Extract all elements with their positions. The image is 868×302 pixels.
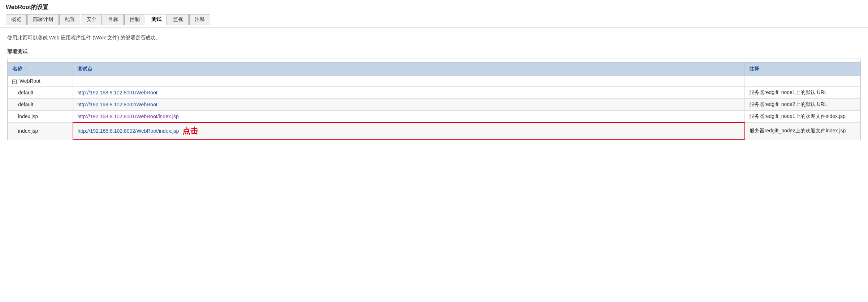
tab-config[interactable]: 配置	[59, 14, 80, 25]
group-name-cell: − WebRoot	[8, 76, 73, 87]
table-row: index.jsp http://192.168.8.102:8002/WebR…	[8, 123, 860, 139]
row3-name: index.jsp	[8, 111, 73, 123]
col-header-name[interactable]: 名称 ↑	[8, 63, 73, 76]
row2-name: default	[8, 99, 73, 111]
description-text: 使用此页可以测试 Web 应用程序组件 (WAR 文件) 的部署是否成功。	[7, 35, 861, 41]
row4-note: 服务器redgift_node2上的欢迎文件index.jsp	[745, 123, 860, 139]
tab-overview[interactable]: 概览	[6, 14, 27, 25]
table-row: − WebRoot	[8, 76, 860, 87]
tab-notes[interactable]: 注释	[189, 14, 210, 25]
page-title: WebRoot的设置	[6, 4, 862, 11]
section-title: 部署测试	[7, 48, 861, 55]
tab-control[interactable]: 控制	[124, 14, 145, 25]
table-header-row: 名称 ↑ 测试点 注释	[8, 63, 860, 76]
test-table-container: 名称 ↑ 测试点 注释 − WebRoot default	[7, 59, 861, 140]
tab-bar: 概览 部署计划 配置 安全 目标 控制 测试 监视 注释	[6, 14, 862, 25]
table-row: default http://192.168.8.102:8002/WebRoo…	[8, 99, 860, 111]
tab-target[interactable]: 目标	[103, 14, 124, 25]
group-label: WebRoot	[20, 78, 40, 84]
tab-deploy-plan[interactable]: 部署计划	[27, 14, 59, 25]
collapse-icon[interactable]: −	[12, 80, 17, 84]
row4-test[interactable]: http://192.168.8.102:8002/WebRoot/index.…	[73, 123, 745, 139]
row4-link[interactable]: http://192.168.8.102:8002/WebRoot/index.…	[78, 128, 179, 134]
tab-monitor[interactable]: 监视	[168, 14, 189, 25]
row4-link-wrapper: http://192.168.8.102:8002/WebRoot/index.…	[78, 126, 740, 136]
table-row: default http://192.168.8.102:8001/WebRoo…	[8, 87, 860, 99]
row2-test[interactable]: http://192.168.8.102:8002/WebRoot	[73, 99, 745, 111]
click-hint: 点击	[182, 126, 198, 136]
test-table: 名称 ↑ 测试点 注释 − WebRoot default	[8, 63, 860, 140]
row3-link[interactable]: http://192.168.8.102:8001/WebRoot/index.…	[77, 114, 179, 119]
page-header: WebRoot的设置 概览 部署计划 配置 安全 目标 控制 测试 监视 注释	[0, 0, 868, 27]
row3-test[interactable]: http://192.168.8.102:8001/WebRoot/index.…	[73, 111, 745, 123]
table-spacer	[8, 59, 860, 63]
row2-link[interactable]: http://192.168.8.102:8002/WebRoot	[77, 102, 157, 107]
row1-test[interactable]: http://192.168.8.102:8001/WebRoot	[73, 87, 745, 99]
row2-note: 服务器redgift_node2上的默认 URL	[745, 99, 860, 111]
col-header-test[interactable]: 测试点	[73, 63, 745, 76]
group-note-cell	[745, 76, 860, 87]
tab-test[interactable]: 测试	[146, 14, 167, 25]
row1-link[interactable]: http://192.168.8.102:8001/WebRoot	[77, 90, 157, 95]
tab-security[interactable]: 安全	[81, 14, 102, 25]
table-row: index.jsp http://192.168.8.102:8001/WebR…	[8, 111, 860, 123]
row1-name: default	[8, 87, 73, 99]
row4-name: index.jsp	[8, 123, 73, 139]
col-header-note: 注释	[745, 63, 860, 76]
row3-note: 服务器redgift_node1上的欢迎文件index.jsp	[745, 111, 860, 123]
group-test-cell	[73, 76, 745, 87]
content-area: 使用此页可以测试 Web 应用程序组件 (WAR 文件) 的部署是否成功。 部署…	[0, 27, 868, 147]
row1-note: 服务器redgift_node1上的默认 URL	[745, 87, 860, 99]
